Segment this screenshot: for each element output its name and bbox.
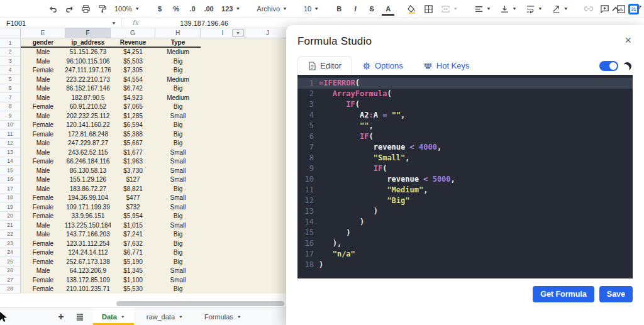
cell[interactable] [245, 111, 291, 121]
cell[interactable]: $6,594 [111, 121, 155, 130]
row-header-14[interactable]: 14 [0, 157, 21, 167]
row-header-3[interactable]: 3 [0, 57, 21, 66]
code-line-12[interactable]: 12 "Big" [297, 196, 633, 206]
row-header-28[interactable]: 28 [0, 285, 21, 294]
column-header-E[interactable]: E [21, 28, 65, 38]
code-line-11[interactable]: 11 "Medium", [297, 185, 633, 196]
select-all-corner[interactable] [0, 28, 21, 38]
cell[interactable]: Big [155, 121, 201, 130]
cell[interactable]: 247.229.87.27 [65, 139, 111, 148]
all-sheets-button[interactable] [70, 308, 89, 325]
cell[interactable]: $4,554 [111, 75, 155, 84]
cell[interactable]: $4,923 [111, 93, 155, 102]
cell[interactable]: 86.130.58.13 [65, 166, 111, 175]
save-button[interactable]: Save [599, 286, 633, 302]
cell[interactable]: Small [155, 275, 201, 285]
code-line-8[interactable]: 8 "Small", [297, 153, 633, 163]
cell[interactable] [201, 212, 245, 221]
code-line-13[interactable]: 13 ) [297, 206, 633, 217]
column-header-H[interactable]: H [155, 28, 201, 38]
cell[interactable]: Male [21, 75, 65, 84]
cell[interactable] [201, 285, 245, 294]
italic-button[interactable]: I [348, 1, 363, 16]
tab-options[interactable]: Options [352, 57, 413, 75]
cell[interactable]: Female [21, 157, 65, 167]
text-wrap-select[interactable]: ▼ [522, 1, 547, 16]
cell[interactable] [201, 129, 245, 139]
cell[interactable]: Big [155, 257, 201, 267]
cell[interactable]: 172.81.68.248 [65, 129, 111, 139]
cell[interactable] [201, 267, 245, 276]
cell[interactable]: $5,190 [111, 257, 155, 267]
cell[interactable]: Male [21, 48, 65, 57]
cell[interactable] [201, 148, 245, 157]
row-header-6[interactable]: 6 [0, 84, 21, 94]
cell[interactable]: Big [155, 84, 201, 94]
row-header-20[interactable]: 20 [0, 212, 21, 221]
cell[interactable] [245, 175, 291, 185]
cell[interactable] [245, 166, 291, 175]
dark-mode-toggle[interactable] [599, 61, 618, 71]
cell[interactable] [245, 75, 291, 84]
cell[interactable]: $5,954 [111, 212, 155, 221]
cell[interactable]: $732 [111, 202, 155, 212]
formula-input[interactable]: 139.187.196.46 [147, 19, 228, 27]
row-header-27[interactable]: 27 [0, 275, 21, 285]
code-line-9[interactable]: 9 IF( [297, 163, 633, 174]
cell[interactable]: Female [21, 285, 65, 294]
cell[interactable]: 247.111.197.176 [65, 66, 111, 75]
row-header-12[interactable]: 12 [0, 139, 21, 148]
cell[interactable]: 64.123.206.9 [65, 267, 111, 276]
row-header-7[interactable]: 7 [0, 93, 21, 102]
name-box[interactable]: F1001 ▼ [0, 18, 121, 28]
cell[interactable]: $1,285 [111, 111, 155, 121]
cell[interactable]: 194.36.99.104 [65, 194, 111, 203]
cell[interactable]: Big [155, 248, 201, 258]
row-header-1[interactable]: 1 [0, 38, 21, 48]
cell[interactable]: Male [21, 139, 65, 148]
fill-color-button[interactable] [404, 1, 419, 16]
cell[interactable] [201, 93, 245, 102]
cell[interactable]: Big [155, 285, 201, 294]
code-line-5[interactable]: 5 "", [297, 121, 633, 131]
cell[interactable]: $1,100 [111, 275, 155, 285]
code-line-15[interactable]: 15 ) [297, 228, 633, 238]
cell[interactable]: 183.86.72.27 [65, 184, 111, 194]
cell[interactable] [245, 275, 291, 285]
code-line-7[interactable]: 7 revenue < 4000, [297, 142, 633, 153]
cell[interactable]: Female [21, 121, 65, 130]
cell[interactable]: Small [155, 267, 201, 276]
cell[interactable]: Male [21, 230, 65, 240]
tab-hot-keys[interactable]: Hot Keys [413, 57, 480, 75]
cell[interactable] [245, 66, 291, 75]
zoom-select[interactable]: 100% ▼ [111, 1, 143, 16]
row-header-11[interactable]: 11 [0, 129, 21, 139]
column-header-G[interactable]: G [111, 28, 155, 38]
cell[interactable]: 66.246.184.116 [65, 157, 111, 167]
cell[interactable]: Female [21, 102, 65, 112]
cell[interactable]: Male [21, 93, 65, 102]
close-panel-button[interactable]: × [623, 35, 633, 45]
print-button[interactable] [78, 1, 93, 16]
cell[interactable]: Male [21, 148, 65, 157]
cell[interactable]: Big [155, 184, 201, 194]
cell[interactable]: 120.141.160.22 [65, 121, 111, 130]
column-header-J[interactable]: J [245, 28, 291, 38]
cell[interactable]: Male [21, 175, 65, 185]
cell[interactable] [245, 239, 291, 248]
cell[interactable]: Small [155, 175, 201, 185]
cell[interactable]: $1,345 [111, 267, 155, 276]
strikethrough-button[interactable]: S [364, 1, 379, 16]
row-header-21[interactable]: 21 [0, 221, 21, 230]
cell[interactable]: $8,821 [111, 184, 155, 194]
sheet-tab-raw-data[interactable]: raw_data ▼ [138, 308, 192, 325]
undo-button[interactable] [45, 1, 60, 16]
cell[interactable] [245, 257, 291, 267]
cell[interactable]: $1,677 [111, 148, 155, 157]
cell[interactable] [201, 102, 245, 112]
cell[interactable] [245, 38, 291, 48]
cell[interactable] [245, 93, 291, 102]
cell[interactable] [201, 75, 245, 84]
insert-link-button[interactable] [581, 1, 596, 16]
cell[interactable]: Female [21, 275, 65, 285]
